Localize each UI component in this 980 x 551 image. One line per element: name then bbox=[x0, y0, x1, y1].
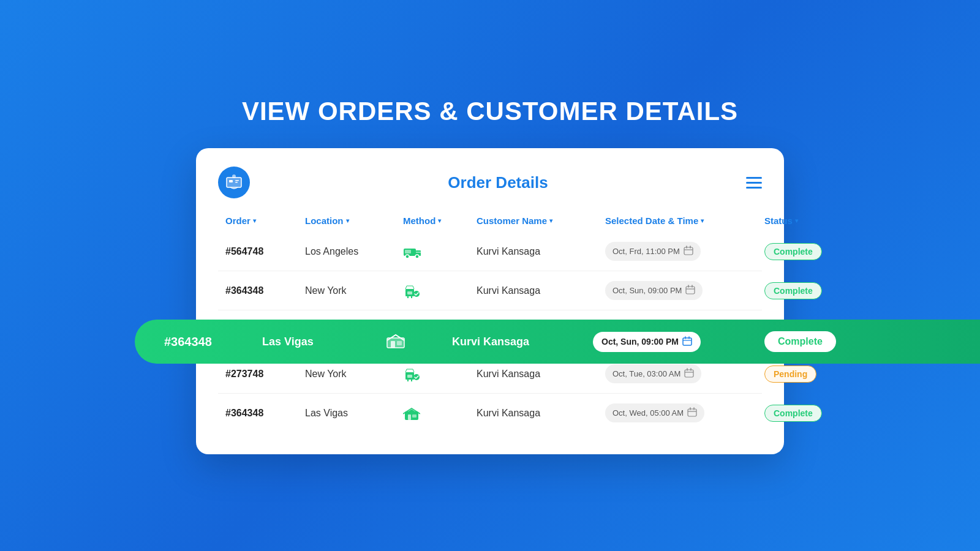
calendar-icon bbox=[685, 285, 695, 296]
highlight-location: Las Vigas bbox=[262, 335, 385, 348]
complete-button[interactable]: Complete bbox=[764, 331, 836, 352]
svg-point-4 bbox=[232, 174, 236, 178]
chevron-down-icon: ▾ bbox=[438, 217, 441, 224]
calendar-icon bbox=[684, 368, 694, 380]
svg-point-7 bbox=[405, 255, 409, 258]
calendar-icon bbox=[684, 246, 693, 257]
customer-name: Kurvi Kansaga bbox=[477, 369, 605, 380]
highlight-order-id: #364348 bbox=[164, 335, 262, 349]
status-badge: Complete bbox=[764, 282, 850, 299]
app-logo bbox=[218, 167, 250, 198]
table-row: #564748 Los Angeles Kurvi Kansaga Oct, F… bbox=[218, 232, 762, 271]
svg-rect-25 bbox=[391, 341, 395, 348]
svg-rect-26 bbox=[397, 341, 402, 345]
method-icon bbox=[403, 244, 477, 259]
status-badge: Complete bbox=[764, 243, 850, 260]
calendar-icon bbox=[687, 407, 697, 419]
svg-point-8 bbox=[415, 255, 419, 258]
date-time: Oct, Sun, 09:00 PM bbox=[605, 281, 764, 300]
order-id: #364348 bbox=[225, 408, 305, 419]
svg-rect-10 bbox=[684, 247, 693, 255]
col-location[interactable]: Location ▾ bbox=[305, 216, 403, 226]
highlight-date-time: Oct, Sun, 09:00 PM bbox=[593, 332, 764, 352]
method-icon bbox=[403, 283, 477, 299]
customer-name: Kurvi Kansaga bbox=[477, 285, 605, 296]
order-id: #564748 bbox=[225, 246, 305, 257]
customer-name: Kurvi Kansaga bbox=[477, 408, 605, 419]
method-icon bbox=[403, 405, 477, 421]
highlighted-row: #364348 Las Vigas Kurvi Kansaga Oct, Sun… bbox=[135, 320, 980, 364]
svg-rect-3 bbox=[235, 182, 238, 183]
svg-rect-9 bbox=[405, 250, 411, 253]
col-status[interactable]: Status ▾ bbox=[764, 216, 850, 226]
col-date-time[interactable]: Selected Date & Time ▾ bbox=[605, 216, 764, 226]
table-header: Order ▾ Location ▾ Method ▾ Customer Nam… bbox=[218, 216, 762, 226]
order-details-card: Order Details Order ▾ Location ▾ Method … bbox=[196, 148, 784, 454]
method-icon bbox=[403, 366, 477, 382]
location: New York bbox=[305, 369, 403, 380]
page-title: VIEW ORDERS & CUSTOMER DETAILS bbox=[242, 97, 738, 126]
svg-rect-0 bbox=[227, 178, 241, 187]
customer-name: Kurvi Kansaga bbox=[477, 246, 605, 257]
table-row: #364348 New York Kurvi Kansaga Oct, Sun,… bbox=[218, 271, 762, 310]
status-badge: Pending bbox=[764, 365, 850, 383]
svg-rect-17 bbox=[407, 375, 412, 378]
card-header: Order Details bbox=[218, 167, 762, 198]
highlight-customer-name: Kurvi Kansaga bbox=[452, 335, 593, 348]
svg-rect-2 bbox=[235, 180, 239, 181]
svg-rect-18 bbox=[685, 370, 693, 377]
svg-rect-22 bbox=[688, 409, 696, 416]
chevron-down-icon: ▾ bbox=[346, 217, 349, 224]
location: New York bbox=[305, 285, 403, 296]
date-time: Oct, Frd, 11:00 PM bbox=[605, 242, 764, 261]
svg-rect-27 bbox=[683, 338, 692, 345]
chevron-down-icon: ▾ bbox=[549, 217, 552, 224]
card-title: Order Details bbox=[448, 173, 548, 192]
location: Las Vigas bbox=[305, 408, 403, 419]
svg-rect-14 bbox=[686, 287, 695, 294]
chevron-down-icon: ▾ bbox=[795, 217, 798, 224]
hamburger-menu[interactable] bbox=[746, 177, 762, 189]
svg-rect-13 bbox=[407, 291, 412, 294]
order-id: #364348 bbox=[225, 285, 305, 296]
col-order[interactable]: Order ▾ bbox=[225, 216, 305, 226]
highlight-complete-button-container: Complete bbox=[764, 331, 887, 352]
table-row: #364348 Las Vigas Kurvi Kansaga Oct, Wed… bbox=[218, 394, 762, 432]
highlight-method-icon bbox=[385, 331, 452, 353]
svg-rect-21 bbox=[412, 414, 417, 418]
highlight-calendar-icon bbox=[682, 336, 692, 348]
col-method[interactable]: Method ▾ bbox=[403, 216, 477, 226]
date-time: Oct, Tue, 03:00 AM bbox=[605, 364, 764, 383]
date-time: Oct, Wed, 05:00 AM bbox=[605, 403, 764, 422]
location: Los Angeles bbox=[305, 246, 403, 257]
svg-rect-1 bbox=[229, 180, 233, 182]
svg-rect-20 bbox=[408, 414, 411, 420]
chevron-down-icon: ▾ bbox=[701, 217, 704, 224]
status-badge: Complete bbox=[764, 405, 850, 422]
col-customer-name[interactable]: Customer Name ▾ bbox=[477, 216, 605, 226]
chevron-down-icon: ▾ bbox=[253, 217, 256, 224]
order-id: #273748 bbox=[225, 369, 305, 380]
